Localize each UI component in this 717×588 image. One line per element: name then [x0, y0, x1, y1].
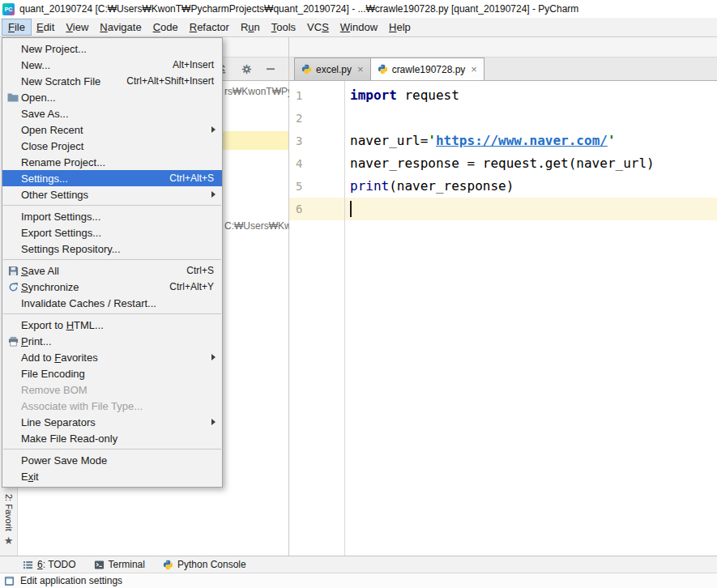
- menu-item-export-to-html[interactable]: Export to HTML...: [2, 317, 222, 333]
- menu-item-add-to-favorites[interactable]: Add to Favorites: [2, 349, 222, 365]
- code-line-4[interactable]: naver_response = request.get(naver_url): [345, 152, 717, 175]
- menu-item-label: Open...: [21, 92, 56, 104]
- menubar-item-code[interactable]: Code: [147, 19, 184, 35]
- menu-item-rename-project[interactable]: Rename Project...: [2, 154, 222, 170]
- editor-body[interactable]: 123456 import requestnaver_url='https://…: [289, 81, 717, 556]
- menubar-item-navigate[interactable]: Navigate: [94, 19, 147, 35]
- code-token: ': [428, 133, 436, 148]
- code-line-3[interactable]: naver_url='https://www.naver.com/': [345, 130, 717, 152]
- menu-item-other-settings[interactable]: Other Settings: [2, 186, 222, 202]
- menu-item-invalidate-caches-restart[interactable]: Invalidate Caches / Restart...: [2, 295, 222, 311]
- menubar-item-tools[interactable]: Tools: [266, 19, 301, 35]
- menu-item-label: Export to HTML...: [21, 319, 104, 331]
- toolwindow-button-python-console[interactable]: Python Console: [163, 559, 246, 570]
- python-icon: [163, 560, 173, 570]
- menu-item-label: Exit: [21, 471, 39, 483]
- menu-item-label: Settings Repository...: [21, 243, 121, 255]
- code-token: ': [608, 133, 616, 148]
- line-number-3[interactable]: 3: [289, 130, 344, 152]
- menu-item-new-scratch-file[interactable]: New Scratch FileCtrl+Alt+Shift+Insert: [2, 73, 222, 89]
- menu-item-new[interactable]: New...Alt+Insert: [2, 57, 222, 73]
- menubar-item-view[interactable]: View: [60, 19, 94, 35]
- code-token: request: [397, 87, 459, 103]
- menu-item-open-recent[interactable]: Open Recent: [2, 121, 222, 138]
- status-hint-text: Edit application settings: [20, 575, 122, 586]
- close-tab-icon[interactable]: ×: [471, 64, 477, 75]
- code-line-2[interactable]: [345, 107, 717, 130]
- editor-tab-crawle190728-py[interactable]: crawle190728.py×: [370, 58, 484, 80]
- tab-label: crawle190728.py: [392, 64, 466, 75]
- menu-item-shortcut: Ctrl+Alt+Y: [156, 281, 214, 292]
- menu-item-power-save-mode[interactable]: Power Save Mode: [2, 452, 222, 468]
- menu-item-print[interactable]: Print...: [2, 333, 222, 349]
- menubar-item-help[interactable]: Help: [383, 19, 416, 35]
- menu-separator: [3, 259, 221, 260]
- menu-item-close-project[interactable]: Close Project: [2, 138, 222, 154]
- code-token: https://www.naver.com/: [436, 133, 608, 148]
- menu-item-export-settings[interactable]: Export Settings...: [2, 224, 222, 241]
- line-number-2[interactable]: 2: [289, 107, 344, 130]
- menu-item-synchronize[interactable]: SynchronizeCtrl+Alt+Y: [2, 279, 222, 295]
- menubar-item-file[interactable]: File: [2, 19, 31, 35]
- toolwindow-bar: 6: TODOTerminalPython Console: [0, 556, 717, 573]
- menu-item-label: Rename Project...: [21, 156, 105, 168]
- python-file-icon: [378, 64, 388, 75]
- toolwindow-button-label: Python Console: [177, 559, 246, 570]
- menu-separator: [3, 449, 221, 450]
- menu-item-settings[interactable]: Settings...Ctrl+Alt+S: [2, 170, 222, 186]
- todo-icon: [23, 560, 33, 570]
- code-token: naver_url=: [350, 133, 428, 148]
- menubar-item-edit[interactable]: Edit: [31, 19, 60, 35]
- menubar-item-run[interactable]: Run: [235, 19, 266, 35]
- tab-label: excel.py: [316, 64, 352, 75]
- menu-item-settings-repository[interactable]: Settings Repository...: [2, 241, 222, 257]
- sync-icon: [5, 282, 21, 292]
- code-line-1[interactable]: import request: [345, 84, 717, 107]
- menu-item-file-encoding[interactable]: File Encoding: [2, 365, 222, 381]
- line-number-1[interactable]: 1: [289, 84, 344, 107]
- menu-item-line-separators[interactable]: Line Separators: [2, 414, 222, 430]
- line-number-4[interactable]: 4: [289, 152, 344, 175]
- menu-item-exit[interactable]: Exit: [2, 468, 222, 484]
- menubar-item-refactor[interactable]: Refactor: [184, 19, 235, 35]
- submenu-arrow-icon: [211, 419, 216, 425]
- gear-icon[interactable]: [241, 64, 252, 75]
- title-bar[interactable]: PC quant_20190724 [C:₩Users₩KwonT₩Pychar…: [0, 0, 717, 18]
- toolwindow-button-6-todo[interactable]: 6: TODO: [23, 559, 76, 570]
- menu-item-shortcut: Ctrl+S: [173, 265, 214, 276]
- save-icon: [5, 266, 21, 276]
- code-area[interactable]: import requestnaver_url='https://www.nav…: [345, 81, 717, 556]
- menu-item-label: Save All: [21, 265, 59, 277]
- hide-panel-icon[interactable]: [266, 64, 275, 74]
- menu-item-shortcut: Alt+Insert: [160, 59, 214, 70]
- menubar-item-vcs[interactable]: VCS: [301, 19, 335, 35]
- window-title: quant_20190724 [C:₩Users₩KwonT₩PycharmPr…: [19, 3, 578, 15]
- menu-item-label: Settings...: [21, 173, 68, 185]
- menu-item-save-all[interactable]: Save AllCtrl+S: [2, 262, 222, 279]
- menu-item-make-file-read-only[interactable]: Make File Read-only: [2, 430, 222, 446]
- menu-item-label: Other Settings: [21, 189, 88, 201]
- code-line-5[interactable]: print(naver_response): [345, 175, 717, 198]
- toolwindow-button-label: Terminal: [109, 559, 145, 570]
- editor-tab-excel-py[interactable]: excel.py×: [294, 58, 371, 80]
- line-number-5[interactable]: 5: [289, 175, 344, 198]
- line-number-6[interactable]: 6: [289, 198, 344, 220]
- editor-tab-bar: excel.py×crawle190728.py×: [289, 58, 717, 81]
- favorites-toolwindow-button[interactable]: 2: Favorit ★: [0, 494, 17, 546]
- menu-item-save-as[interactable]: Save As...: [2, 105, 222, 121]
- menu-item-label: Line Separators: [21, 416, 96, 428]
- menu-item-label: Save As...: [21, 108, 69, 120]
- menu-separator: [3, 205, 221, 206]
- submenu-arrow-icon: [211, 191, 216, 198]
- toolwindow-button-terminal[interactable]: Terminal: [94, 559, 145, 570]
- menubar-item-window[interactable]: Window: [335, 19, 383, 35]
- close-tab-icon[interactable]: ×: [357, 64, 364, 75]
- menu-item-open[interactable]: Open...: [2, 89, 222, 105]
- menu-item-new-project[interactable]: New Project...: [2, 40, 222, 57]
- code-token: import: [350, 87, 397, 103]
- menu-item-import-settings[interactable]: Import Settings...: [2, 208, 222, 224]
- menu-item-shortcut: Ctrl+Alt+Shift+Insert: [113, 75, 214, 87]
- submenu-arrow-icon: [211, 354, 216, 360]
- code-line-6[interactable]: [345, 198, 717, 220]
- menu-item-label: Add to Favorites: [21, 352, 98, 364]
